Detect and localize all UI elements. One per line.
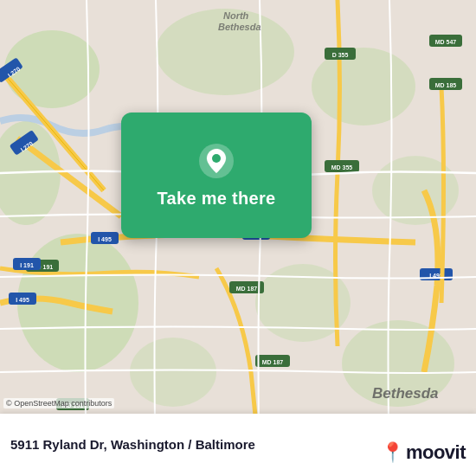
svg-text:D 355: D 355 — [332, 52, 349, 58]
svg-text:MD 187: MD 187 — [236, 286, 258, 292]
svg-text:I 191: I 191 — [20, 262, 34, 268]
moovit-logo: 📍 moovit — [381, 441, 466, 464]
address-line: 5911 Ryland Dr, Washington / Baltimore — [10, 436, 255, 453]
moovit-logo-text: moovit — [406, 441, 466, 464]
osm-attribution: © OpenStreetMap contributors — [3, 398, 114, 408]
svg-point-9 — [130, 338, 216, 407]
svg-text:MD 187: MD 187 — [262, 359, 284, 365]
location-pin-icon — [197, 142, 235, 180]
svg-text:I 495: I 495 — [16, 297, 29, 303]
take-me-there-card[interactable]: Take me there — [121, 113, 312, 238]
svg-text:North: North — [223, 10, 249, 21]
svg-text:Bethesda: Bethesda — [372, 385, 439, 402]
svg-text:MD 355: MD 355 — [331, 164, 353, 170]
bottom-bar: 5911 Ryland Dr, Washington / Baltimore 📍… — [0, 414, 476, 476]
svg-text:I 495: I 495 — [98, 236, 112, 242]
map-container: I 270 I 270 I 495 I 495 I 495 I 495 D 35… — [0, 0, 476, 476]
svg-text:MD 185: MD 185 — [435, 82, 457, 88]
take-me-there-label: Take me there — [158, 189, 276, 209]
svg-point-46 — [212, 154, 221, 163]
svg-text:MD 547: MD 547 — [435, 39, 457, 45]
moovit-pin-icon: 📍 — [381, 441, 404, 464]
svg-point-6 — [372, 156, 459, 225]
svg-text:Bethesda: Bethesda — [218, 22, 261, 32]
